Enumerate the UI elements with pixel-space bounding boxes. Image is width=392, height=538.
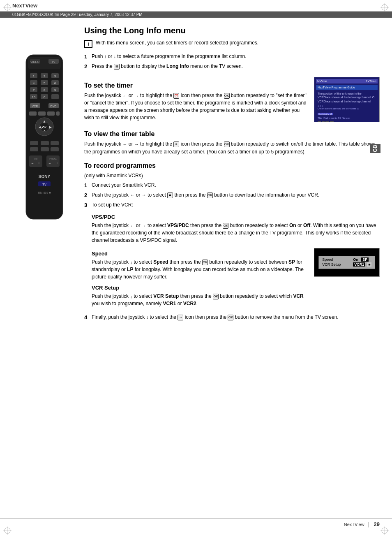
steps-list: 1 Push ↑ or ↓ to select a future program… (84, 53, 380, 70)
record-step-1: 1 Connect your Smartlink VCR. (84, 182, 380, 189)
screenshot-line-1: The position of the unknown in the (318, 92, 376, 95)
footer-page-number: 29 (374, 521, 380, 527)
timer-screenshot: NView 2xTime NexTView Programme Guide Th… (314, 77, 380, 122)
clock-icon: ⏰ (173, 93, 179, 99)
info-box: i With this menu screen, you can set tim… (84, 39, 380, 48)
svg-text:vol: vol (34, 158, 37, 160)
svg-text:−: − (48, 161, 51, 165)
record-select-icon: ■ (167, 192, 173, 198)
svg-text:+: + (56, 161, 58, 165)
record-step-4-text: Finally, push the joystick ↓ to select t… (92, 314, 339, 321)
vcr-setup-label: VCR Setup (322, 262, 345, 267)
svg-text:◀: ◀ (38, 125, 41, 129)
footer-divider: │ (368, 522, 371, 527)
svg-text:10: 10 (32, 95, 35, 99)
record-title: To record programmes (84, 162, 380, 169)
main-content: VIDEO TV 1 2 3 4 5 6 7 8 9 (0, 18, 392, 332)
speed-title: Speed (92, 250, 307, 257)
timer-screenshot-container: NView 2xTime NexTView Programme Guide Th… (314, 75, 380, 122)
screenshot-title-left: NView (317, 79, 327, 83)
footer-right: NexTView │ 29 (344, 521, 380, 527)
ok-button-icon: OK (224, 93, 230, 99)
svg-rect-62 (51, 147, 59, 151)
ss-btn-4: ▶ (330, 121, 334, 123)
screenshot-bottom-text: Summary of: (318, 113, 333, 115)
step-2-number: 2 (84, 63, 89, 70)
vcr-table-row-setup: VCR Setup VCR1 ■ (322, 262, 371, 267)
screenshot-subtitle: NexTView Programme Guide (318, 86, 355, 89)
record-subtitle: (only with Smartlink VCRs) (84, 172, 380, 179)
exit-icon: → (178, 315, 183, 320)
left-column: VIDEO TV 1 2 3 4 5 6 7 8 9 (12, 26, 76, 324)
file-info-text: 01GBKF50/42SX200K.fm Page 29 Tuesday, Ja… (12, 12, 143, 17)
section-long-info: Using the Long Info menu i With this men… (84, 26, 380, 70)
vcr-table: Speed On SP VCR Setup VCR1 (318, 256, 375, 269)
remote-svg: VIDEO TV 1 2 3 4 5 6 7 8 9 (18, 51, 71, 223)
vcr-screenshot: Speed On SP VCR Setup VCR1 (314, 248, 380, 277)
set-timer-text: To set the timer Push the joystick ← or … (84, 75, 307, 124)
remote-control: VIDEO TV 1 2 3 4 5 6 7 8 9 (16, 51, 73, 223)
svg-text:PROG: PROG (49, 158, 57, 160)
right-column: Using the Long Info menu i With this men… (84, 26, 380, 324)
svg-text:RM-905 ■: RM-905 ■ (38, 191, 51, 194)
info-text-body: With this menu screen, you can set timer… (96, 39, 258, 46)
svg-rect-12 (26, 55, 63, 219)
set-timer-body: Push the joystick ← or → to highlight th… (84, 92, 307, 121)
screenshot-title-bar: NView 2xTime (316, 79, 378, 83)
svg-rect-45 (29, 111, 37, 116)
svg-text:VCR: VCR (32, 105, 38, 108)
vcr-speed-label: Speed (322, 257, 345, 262)
step-2-text: Press the ⊞ button to display the Long I… (92, 63, 243, 70)
timer-table-body: Push the joystick ← or → to highlight th… (84, 140, 380, 155)
ss-btn-3: ✕ (325, 121, 329, 123)
step-1-number: 1 (84, 53, 89, 60)
screenshot-inner: NView 2xTime NexTView Programme Guide Th… (314, 77, 379, 122)
record-step-1-num: 1 (84, 182, 89, 189)
timer-table-title: To view the timer table (84, 130, 380, 138)
ok-button-icon2: OK (224, 141, 230, 147)
svg-text:1: 1 (32, 74, 35, 78)
svg-text:▶: ▶ (48, 125, 51, 129)
svg-text:5: 5 (43, 81, 45, 85)
ok-button-icon7: OK (228, 315, 233, 320)
timer-table-icon: ≡ (173, 141, 179, 147)
screenshot-line-2: VCROnce shown at the following channel: … (318, 95, 376, 99)
ok-button-icon3: OK (207, 192, 213, 198)
svg-text:▲: ▲ (42, 119, 46, 123)
svg-text:−: − (31, 161, 33, 165)
vcr-setup-title: VCR Setup (92, 285, 307, 291)
svg-text:0: 0 (43, 95, 45, 99)
screenshot-note: This IPad is set to R2 No stop (318, 117, 376, 120)
speed-section-row: Speed Push the joystick ↓ to select Spee… (92, 246, 380, 310)
svg-text:2: 2 (43, 74, 45, 78)
svg-rect-58 (41, 141, 49, 145)
ok-button-icon6: OK (213, 294, 219, 299)
svg-rect-48 (56, 111, 60, 116)
record-step-2-text: Push the joystick ← or → to select ■ the… (92, 192, 319, 199)
info-icon: i (84, 40, 92, 48)
vps-pdc-section: VPS/PDC Push the joystick ← or → to sele… (92, 214, 380, 310)
svg-text:SONY: SONY (38, 174, 50, 179)
vcr-on-value: On (353, 257, 358, 262)
screenshot-line-5: Other options are set, the complete G (318, 107, 376, 111)
record-step-3-num: 3 (84, 202, 89, 209)
file-info-bar: 01GBKF50/42SX200K.fm Page 29 Tuesday, Ja… (0, 12, 392, 18)
svg-text:+: + (38, 161, 40, 165)
ok-button-icon5: OK (202, 260, 208, 265)
vcr-vcr1-value: VCR1 (353, 262, 365, 267)
section-main-title: Using the Long Info menu (84, 26, 380, 35)
svg-text:OK: OK (42, 126, 46, 129)
vcr-screenshot-container: Speed On SP VCR Setup VCR1 (314, 246, 380, 277)
record-step-4: 4 Finally, push the joystick ↓ to select… (84, 314, 380, 321)
vcr-speed-value: On SP (353, 257, 369, 262)
svg-text:7: 7 (32, 88, 35, 92)
record-step-3-text: To set up the VCR: (92, 202, 133, 209)
section-set-timer: To set the timer Push the joystick ← or … (84, 75, 380, 124)
vcr-table-row-speed: Speed On SP (322, 257, 371, 262)
footer-label: NexTView (344, 522, 364, 527)
svg-rect-59 (51, 141, 59, 145)
svg-rect-46 (38, 111, 46, 116)
set-timer-title: To set the timer (84, 82, 307, 89)
svg-text:8: 8 (43, 88, 45, 92)
speed-text: Speed Push the joystick ↓ to select Spee… (92, 246, 307, 310)
